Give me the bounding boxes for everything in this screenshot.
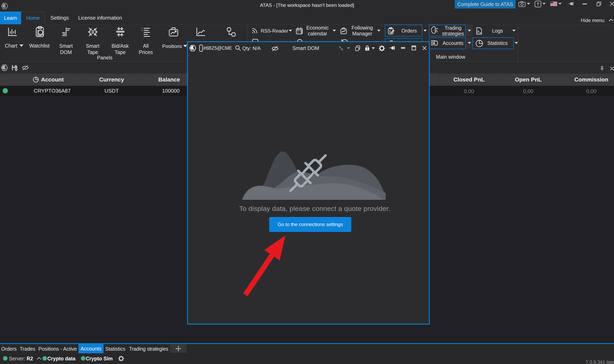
svg-text:$: $ xyxy=(300,30,302,34)
svg-text:?: ? xyxy=(536,2,539,7)
